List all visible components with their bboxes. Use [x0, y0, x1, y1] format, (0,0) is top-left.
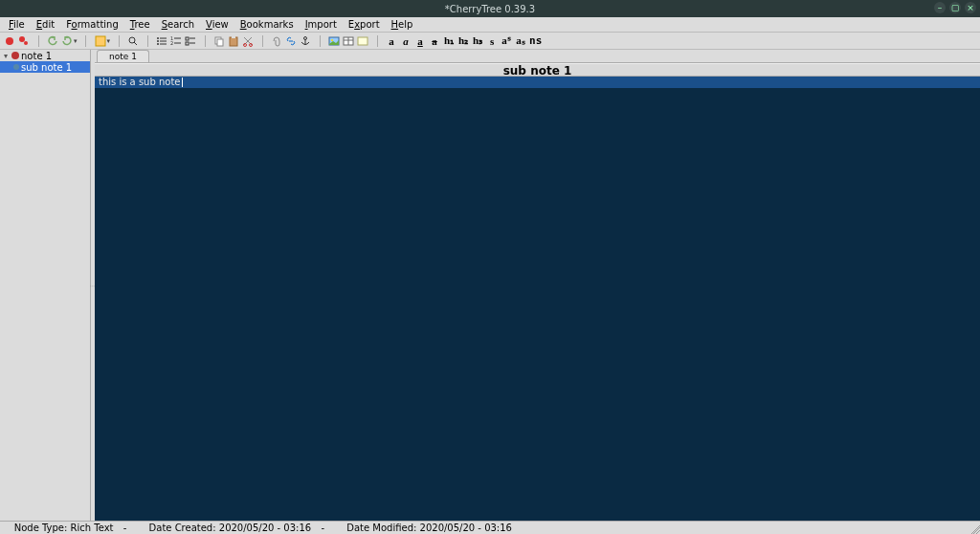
- svg-point-8: [157, 40, 159, 42]
- toolbar-cut-icon[interactable]: [241, 34, 255, 48]
- toolbar-list-number-icon[interactable]: 12: [169, 34, 183, 48]
- toolbar-small-button[interactable]: s: [485, 34, 499, 48]
- toolbar-bold-button[interactable]: a: [385, 34, 398, 48]
- toolbar-search-icon[interactable]: [126, 34, 140, 48]
- svg-point-24: [244, 43, 247, 46]
- svg-point-2: [24, 41, 28, 45]
- svg-rect-33: [358, 37, 368, 45]
- toolbar-h2-button[interactable]: h₂: [457, 34, 470, 48]
- toolbar-separator: [256, 34, 269, 48]
- svg-rect-3: [96, 36, 105, 46]
- status-separator: -: [118, 523, 133, 533]
- svg-line-5: [134, 42, 137, 45]
- menu-formatting[interactable]: Formatting: [61, 18, 123, 31]
- menu-help[interactable]: Help: [387, 18, 418, 31]
- menu-edit[interactable]: Edit: [32, 18, 59, 31]
- toolbar-node-add-icon[interactable]: [3, 34, 16, 48]
- menu-bar: File Edit Formatting Tree Search View Bo…: [0, 17, 980, 33]
- resize-grip-icon[interactable]: [969, 523, 980, 534]
- menu-export[interactable]: Export: [344, 18, 385, 31]
- toolbar-separator: [141, 34, 154, 48]
- node-title-header: sub note 1: [95, 63, 980, 77]
- tree-node-label: note 1: [21, 51, 52, 61]
- toolbar-redo-icon[interactable]: ▾: [60, 34, 78, 48]
- toolbar-separator: [198, 34, 212, 48]
- toolbar-link-icon[interactable]: [284, 34, 298, 48]
- svg-point-1: [19, 36, 25, 42]
- toolbar-separator: [370, 34, 384, 48]
- editor-text: this is a sub note: [99, 77, 181, 87]
- svg-rect-22: [230, 37, 237, 46]
- toolbar-h1-button[interactable]: h₁: [442, 34, 456, 48]
- toolbar-image-icon[interactable]: [327, 34, 341, 48]
- window-close-button[interactable]: ×: [965, 2, 976, 13]
- node-bullet-icon: [13, 64, 19, 70]
- svg-rect-16: [186, 37, 189, 40]
- menu-import[interactable]: Import: [301, 18, 342, 31]
- toolbar-separator: [79, 34, 93, 48]
- toolbar-italic-button[interactable]: a: [399, 34, 412, 48]
- toolbar-separator: [313, 34, 326, 48]
- toolbar-subscript-button[interactable]: aₛ: [514, 34, 527, 48]
- menu-search[interactable]: Search: [157, 18, 199, 31]
- toolbar-monospace-button[interactable]: ns: [528, 34, 543, 48]
- svg-rect-18: [186, 42, 189, 45]
- toolbar-save-icon[interactable]: ▾: [94, 34, 112, 48]
- window-title: *CherryTree 0.39.3: [0, 4, 980, 14]
- svg-point-25: [250, 43, 253, 46]
- toolbar-list-bullet-icon[interactable]: [155, 34, 168, 48]
- tree-panel: ▾ note 1 sub note 1: [0, 50, 91, 521]
- menu-file[interactable]: File: [4, 18, 30, 31]
- toolbar-h3-button[interactable]: h₃: [471, 34, 484, 48]
- status-bar: Node Type: Rich Text - Date Created: 202…: [0, 521, 980, 534]
- toolbar-table-icon[interactable]: [342, 34, 355, 48]
- toolbar-paste-icon[interactable]: [227, 34, 240, 48]
- toolbar-strike-button[interactable]: a: [428, 34, 441, 48]
- tree-expand-icon[interactable]: ▾: [2, 52, 10, 60]
- text-cursor-icon: [182, 78, 183, 87]
- tree-node-child[interactable]: sub note 1: [0, 61, 90, 73]
- main-area: note 1 sub note 1 this is a sub note: [95, 50, 980, 521]
- toolbar-superscript-button[interactable]: aˢ: [500, 34, 513, 48]
- menu-view[interactable]: View: [201, 18, 234, 31]
- window-maximize-button[interactable]: ▢: [949, 2, 961, 13]
- toolbar-undo-icon[interactable]: [46, 34, 59, 48]
- svg-point-6: [157, 37, 159, 39]
- tab-bar: note 1: [95, 50, 980, 63]
- svg-point-0: [6, 37, 13, 45]
- tab-note1[interactable]: note 1: [97, 50, 149, 62]
- svg-rect-21: [217, 39, 223, 46]
- toolbar-node-add-sub-icon[interactable]: [17, 34, 31, 48]
- tree-node-root[interactable]: ▾ note 1: [0, 50, 90, 61]
- editor-current-line: this is a sub note: [95, 77, 980, 88]
- toolbar-codebox-icon[interactable]: [356, 34, 369, 48]
- toolbar-anchor-icon[interactable]: [299, 34, 312, 48]
- menu-tree[interactable]: Tree: [125, 18, 155, 31]
- toolbar-list-todo-icon[interactable]: [184, 34, 197, 48]
- toolbar: ▾ ▾ 12 a a a a h₁ h₂ h₃ s aˢ aₛ ns: [0, 33, 980, 50]
- toolbar-attach-icon[interactable]: [270, 34, 283, 48]
- toolbar-copy-icon[interactable]: [212, 34, 226, 48]
- toolbar-separator: [32, 34, 45, 48]
- toolbar-underline-button[interactable]: a: [413, 34, 427, 48]
- window-titlebar: *CherryTree 0.39.3 – ▢ ×: [0, 0, 980, 17]
- window-minimize-button[interactable]: –: [934, 2, 946, 13]
- svg-rect-23: [232, 36, 235, 38]
- node-bullet-icon: [11, 52, 19, 59]
- menu-bookmarks[interactable]: Bookmarks: [235, 18, 299, 31]
- status-separator: -: [315, 523, 330, 533]
- editor-area[interactable]: this is a sub note: [95, 77, 980, 521]
- svg-point-29: [331, 39, 333, 41]
- toolbar-separator: [112, 34, 125, 48]
- svg-point-10: [157, 43, 159, 45]
- tree-node-label: sub note 1: [21, 62, 72, 73]
- svg-text:2: 2: [170, 40, 173, 46]
